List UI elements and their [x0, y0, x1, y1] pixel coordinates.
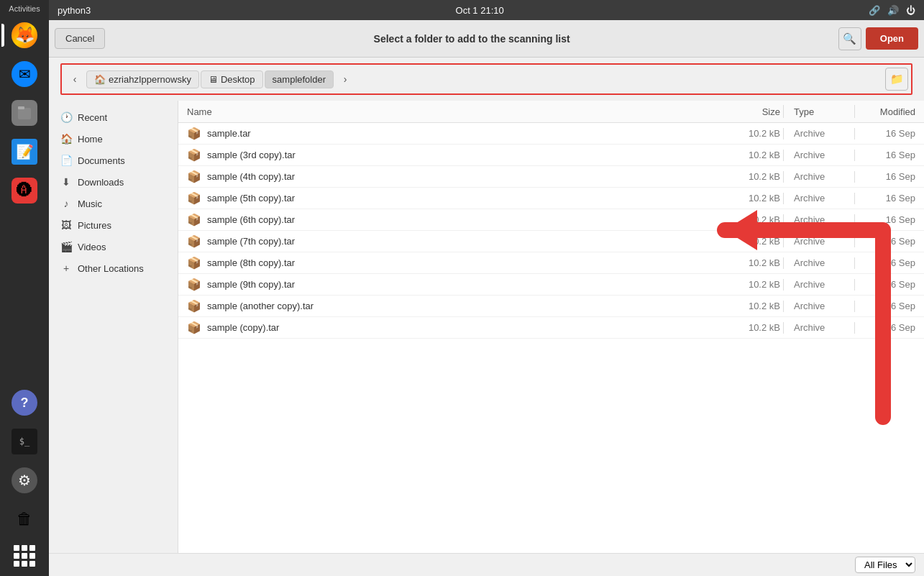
column-size[interactable]: Size — [723, 106, 780, 117]
file-size: 10.2 kB — [723, 301, 780, 311]
file-modified: 16 Sep — [858, 171, 915, 182]
file-type: Archive — [787, 193, 851, 204]
file-type: Archive — [787, 171, 851, 182]
taskbar-trash[interactable]: 🗑 — [7, 502, 42, 536]
file-size: 10.2 kB — [723, 236, 780, 247]
taskbar-writer[interactable]: 📝 — [7, 134, 42, 169]
table-row[interactable]: 📦 sample (another copy).tar 10.2 kB Arch… — [178, 296, 924, 317]
app-grid-button[interactable] — [7, 539, 42, 573]
breadcrumb-samplefolder[interactable]: samplefolder — [265, 70, 334, 88]
taskbar-firefox[interactable] — [7, 18, 42, 52]
row-divider — [783, 301, 784, 312]
row-divider2 — [854, 128, 855, 140]
taskbar-settings[interactable]: ⚙ — [7, 463, 42, 498]
power-icon: ⏻ — [906, 5, 915, 16]
cancel-button[interactable]: Cancel — [55, 28, 105, 49]
file-type: Archive — [787, 301, 851, 311]
table-row[interactable]: 📦 sample.tar 10.2 kB Archive 16 Sep — [178, 123, 924, 145]
table-row[interactable]: 📦 sample (4th copy).tar 10.2 kB Archive … — [178, 166, 924, 188]
taskbar-help[interactable]: ? — [7, 385, 42, 420]
row-divider — [783, 128, 784, 140]
file-rows: 📦 sample.tar 10.2 kB Archive 16 Sep 📦 sa… — [178, 123, 924, 339]
file-archive-icon: 📦 — [187, 278, 201, 291]
column-type[interactable]: Type — [787, 106, 851, 117]
taskbar-terminal[interactable]: $_ — [7, 424, 42, 459]
forward-button[interactable]: › — [335, 69, 355, 89]
file-archive-icon: 📦 — [187, 170, 201, 183]
file-size: 10.2 kB — [723, 150, 780, 160]
column-name[interactable]: Name — [187, 106, 723, 117]
row-divider2 — [854, 150, 855, 161]
row-divider — [783, 322, 784, 334]
breadcrumb-bar: ‹ 🏠 ezriahzIppernowsky 🖥 Desktop samplef… — [60, 63, 912, 95]
table-row[interactable]: 📦 sample (8th copy).tar 10.2 kB Archive … — [178, 252, 924, 274]
breadcrumb-desktop[interactable]: 🖥 Desktop — [201, 70, 263, 88]
file-name: sample (7th copy).tar — [207, 236, 295, 247]
table-row[interactable]: 📦 sample (3rd copy).tar 10.2 kB Archive … — [178, 145, 924, 166]
bottom-bar: All Files — [49, 553, 924, 576]
sidebar-item-other-locations[interactable]: + Other Locations — [49, 257, 178, 279]
table-row[interactable]: 📦 sample (9th copy).tar 10.2 kB Archive … — [178, 274, 924, 296]
file-name: sample (another copy).tar — [207, 301, 314, 311]
writer-icon: 📝 — [12, 139, 37, 165]
sidebar-item-videos[interactable]: 🎬 Videos — [49, 236, 178, 257]
sidebar-item-home[interactable]: 🏠 Home — [49, 128, 178, 150]
new-folder-icon: 📁 — [890, 73, 904, 86]
search-button[interactable]: 🔍 — [838, 27, 861, 50]
table-row[interactable]: 📦 sample (6th copy).tar 10.2 kB Archive … — [178, 209, 924, 231]
taskbar-thunderbird[interactable]: ✉ — [7, 57, 42, 91]
file-list-area: Name Size Type Modified 📦 sample.tar 10.… — [178, 101, 924, 553]
file-name: sample (3rd copy).tar — [207, 150, 296, 160]
datetime-label: Oct 1 21:10 — [456, 5, 504, 16]
file-modified: 16 Sep — [858, 150, 915, 160]
file-archive-icon: 📦 — [187, 256, 201, 270]
table-row[interactable]: 📦 sample (5th copy).tar 10.2 kB Archive … — [178, 188, 924, 209]
sidebar: 🕐 Recent 🏠 Home 📄 Documents ⬇ Downloads … — [49, 101, 178, 553]
file-list-header: Name Size Type Modified — [178, 101, 924, 123]
videos-icon: 🎬 — [60, 241, 72, 252]
sidebar-item-pictures[interactable]: 🖼 Pictures — [49, 214, 178, 236]
activities-label[interactable]: Activities — [0, 0, 49, 16]
sidebar-item-documents[interactable]: 📄 Documents — [49, 150, 178, 171]
samplefolder-breadcrumb-label: samplefolder — [273, 74, 326, 85]
sidebar-label-downloads: Downloads — [78, 177, 124, 188]
column-modified[interactable]: Modified — [858, 106, 915, 117]
file-type: Archive — [787, 236, 851, 247]
table-row[interactable]: 📦 sample (7th copy).tar 10.2 kB Archive … — [178, 231, 924, 252]
new-folder-button[interactable]: 📁 — [885, 68, 908, 91]
row-divider2 — [854, 301, 855, 312]
table-row[interactable]: 📦 sample (copy).tar 10.2 kB Archive 16 S… — [178, 317, 924, 339]
firefox-icon — [12, 22, 37, 48]
filter-select[interactable]: All Files — [855, 557, 915, 573]
main-area: python3 Oct 1 21:10 🔗 🔊 ⏻ Cancel Select … — [49, 0, 924, 576]
sidebar-item-downloads[interactable]: ⬇ Downloads — [49, 171, 178, 193]
file-size: 10.2 kB — [723, 128, 780, 139]
column-divider-1 — [783, 105, 784, 118]
file-modified: 16 Sep — [858, 301, 915, 311]
row-divider2 — [854, 236, 855, 247]
file-archive-icon: 📦 — [187, 213, 201, 227]
documents-icon: 📄 — [60, 155, 72, 166]
open-button[interactable]: Open — [866, 27, 918, 50]
svg-rect-1 — [18, 106, 24, 109]
sidebar-label-home: Home — [78, 134, 103, 145]
desktop-breadcrumb-label: Desktop — [221, 74, 255, 85]
breadcrumb-home[interactable]: 🏠 ezriahzIppernowsky — [86, 70, 199, 88]
home-breadcrumb-icon: 🏠 — [94, 74, 106, 85]
sidebar-label-other-locations: Other Locations — [78, 263, 144, 274]
appstore-icon: 🅐 — [12, 178, 37, 204]
file-type: Archive — [787, 322, 851, 333]
row-divider — [783, 236, 784, 247]
taskbar-files[interactable] — [7, 96, 42, 130]
sidebar-item-music[interactable]: ♪ Music — [49, 193, 178, 214]
sidebar-item-recent[interactable]: 🕐 Recent — [49, 106, 178, 128]
pictures-icon: 🖼 — [60, 219, 72, 231]
file-archive-icon: 📦 — [187, 299, 201, 313]
back-button[interactable]: ‹ — [65, 69, 85, 89]
file-name: sample (5th copy).tar — [207, 193, 295, 204]
taskbar-appstore[interactable]: 🅐 — [7, 173, 42, 208]
row-divider2 — [854, 322, 855, 334]
row-divider2 — [854, 171, 855, 183]
taskbar: Activities ✉ 📝 🅐 ? $_ ⚙ 🗑 — [0, 0, 49, 576]
file-type: Archive — [787, 128, 851, 139]
